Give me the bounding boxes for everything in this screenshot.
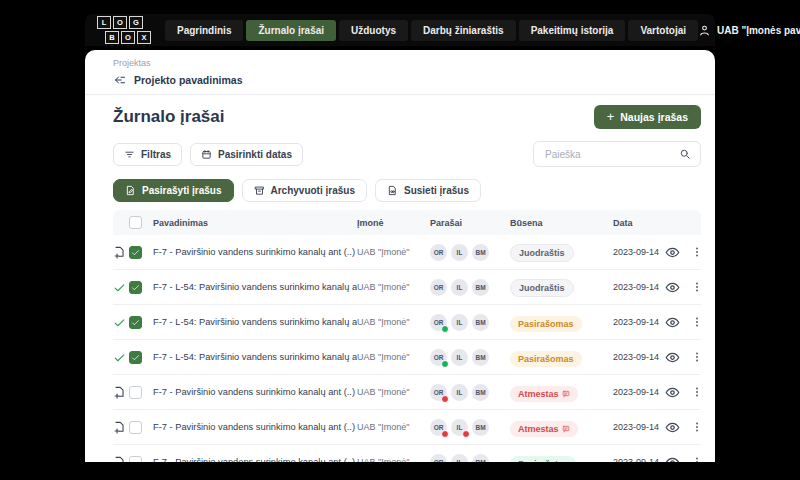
signer-avatar: OR xyxy=(430,314,447,331)
logo-letter: O xyxy=(121,31,135,44)
entry-title: F-7 - Paviršinio vandens surinkimo kanal… xyxy=(153,387,357,397)
table-row[interactable]: F-7 - L-54: Paviršinio vandens surinkimo… xyxy=(113,340,701,375)
entry-signers: ORILBM xyxy=(430,454,510,463)
row-checkbox[interactable] xyxy=(129,281,142,294)
entry-company: UAB "Įmonė" xyxy=(357,422,430,432)
table-row[interactable]: F-7 - L-54: Paviršinio vandens surinkimo… xyxy=(113,270,701,305)
row-checkbox[interactable] xyxy=(129,351,142,364)
kebab-icon[interactable] xyxy=(691,281,703,293)
search-input[interactable] xyxy=(543,148,673,161)
search-icon[interactable] xyxy=(679,148,691,160)
table-body: F-7 - Paviršinio vandens surinkimo kanal… xyxy=(113,235,701,462)
signature-status-dot xyxy=(462,430,470,438)
signer-avatar: IL xyxy=(451,244,468,261)
eye-icon[interactable] xyxy=(665,420,680,435)
row-checkbox[interactable] xyxy=(129,246,142,259)
project-eyebrow: Projektas xyxy=(113,58,701,68)
file-plus-icon xyxy=(113,246,126,259)
status-badge: Atmestas xyxy=(510,421,578,437)
account-name: UAB "Įmonės pavadinimas" xyxy=(717,25,800,36)
table-row[interactable]: F-7 - Paviršinio vandens surinkimo kanal… xyxy=(113,375,701,410)
status-badge: Atmestas xyxy=(510,386,578,402)
kebab-icon[interactable] xyxy=(691,316,703,328)
row-checkbox[interactable] xyxy=(129,456,142,463)
nav-item--urnalo-ra-ai[interactable]: Žurnalo įrašai xyxy=(246,20,336,41)
table-row[interactable]: F-7 - Paviršinio vandens surinkimo kanal… xyxy=(113,445,701,462)
status-badge: Juodraštis xyxy=(510,279,574,297)
filter-button[interactable]: Filtras xyxy=(113,143,182,166)
person-icon xyxy=(698,24,711,37)
file-plus-icon xyxy=(113,456,126,463)
status-badge: Pasirašomas xyxy=(510,351,582,367)
table-row[interactable]: F-7 - Paviršinio vandens surinkimo kanal… xyxy=(113,235,701,270)
archive-entries-button[interactable]: Archyvuoti įrašus xyxy=(242,179,367,202)
entry-company: UAB "Įmonė" xyxy=(357,457,430,462)
select-all-checkbox[interactable] xyxy=(129,216,142,229)
entry-signers: ORILBM xyxy=(430,419,510,436)
signer-avatar: BM xyxy=(472,384,489,401)
eye-icon[interactable] xyxy=(665,245,680,260)
entries-table: Pavadinimas Įmonė Parašai Būsena Data F-… xyxy=(113,210,701,462)
entry-date: 2023-09-14 xyxy=(613,352,665,362)
nav-items: PagrindinisŽurnalo įrašaiUžduotysDarbų ž… xyxy=(165,20,698,41)
table-row[interactable]: F-7 - L-54: Paviršinio vandens surinkimo… xyxy=(113,305,701,340)
status-badge: Pasirašomas xyxy=(510,316,582,332)
checkmark-icon xyxy=(131,318,140,327)
signer-avatar: BM xyxy=(472,279,489,296)
date-picker-button[interactable]: Pasirinkti datas xyxy=(190,143,303,166)
file-plus-icon xyxy=(113,386,126,399)
sign-icon xyxy=(125,185,136,196)
sign-entries-button[interactable]: Pasirašyti įrašus xyxy=(113,179,234,202)
checkmark-icon xyxy=(131,353,140,362)
entry-date: 2023-09-14 xyxy=(613,317,665,327)
signer-avatar: BM xyxy=(472,349,489,366)
account-menu[interactable]: UAB "Įmonės pavadinimas" xyxy=(698,24,800,37)
signer-avatar: OR xyxy=(430,384,447,401)
column-header: Parašai xyxy=(430,218,510,228)
search-box xyxy=(533,141,701,167)
entry-date: 2023-09-14 xyxy=(613,247,665,257)
signature-status-dot xyxy=(441,360,449,368)
entry-company: UAB "Įmonė" xyxy=(357,387,430,397)
file-plus-icon xyxy=(113,421,126,434)
nav-item-pagrindinis[interactable]: Pagrindinis xyxy=(165,20,243,41)
entry-company: UAB "Įmonė" xyxy=(357,352,430,362)
kebab-icon[interactable] xyxy=(691,351,703,363)
nav-item-pakeitim-istorija[interactable]: Pakeitimų istorija xyxy=(519,20,626,41)
row-checkbox[interactable] xyxy=(129,386,142,399)
kebab-icon[interactable] xyxy=(691,386,703,398)
nav-item-darb-iniara-tis[interactable]: Darbų žiniaraštis xyxy=(411,20,516,41)
kebab-icon[interactable] xyxy=(691,456,703,462)
logbox-logo: LOG BOX xyxy=(97,16,151,44)
eye-icon[interactable] xyxy=(665,455,680,463)
entry-title: F-7 - L-54: Paviršinio vandens surinkimo… xyxy=(153,317,357,327)
entry-signers: ORILBM xyxy=(430,279,510,296)
eye-icon[interactable] xyxy=(665,385,680,400)
eye-icon[interactable] xyxy=(665,315,680,330)
kebab-icon[interactable] xyxy=(691,421,703,433)
table-row[interactable]: F-7 - Paviršinio vandens surinkimo kanal… xyxy=(113,410,701,445)
entry-title: F-7 - L-54: Paviršinio vandens surinkimo… xyxy=(153,282,357,292)
divider xyxy=(85,94,715,95)
row-checkbox[interactable] xyxy=(129,316,142,329)
eye-icon[interactable] xyxy=(665,280,680,295)
row-checkbox[interactable] xyxy=(129,421,142,434)
new-entry-button[interactable]: + Naujas įrašas xyxy=(594,105,701,129)
signer-avatar: OR xyxy=(430,419,447,436)
signer-avatar: IL xyxy=(451,419,468,436)
logo-letter: X xyxy=(137,31,151,44)
entry-date: 2023-09-14 xyxy=(613,282,665,292)
breadcrumb[interactable]: Projekto pavadinimas xyxy=(113,74,243,86)
nav-item-vartotojai[interactable]: Vartotojai xyxy=(628,20,698,41)
entry-title: F-7 - Paviršinio vandens surinkimo kanal… xyxy=(153,422,357,432)
signer-avatar: BM xyxy=(472,244,489,261)
kebab-icon[interactable] xyxy=(691,246,703,258)
link-file-entries-button[interactable]: Susieti įrašus xyxy=(375,179,481,202)
signature-status-dot xyxy=(441,430,449,438)
eye-icon[interactable] xyxy=(665,350,680,365)
nav-item-u-duotys[interactable]: Užduotys xyxy=(339,20,408,41)
checkmark-icon xyxy=(131,283,140,292)
checkmark-icon xyxy=(131,248,140,257)
logo-letter: B xyxy=(105,31,119,44)
logo-letter: O xyxy=(113,16,127,29)
